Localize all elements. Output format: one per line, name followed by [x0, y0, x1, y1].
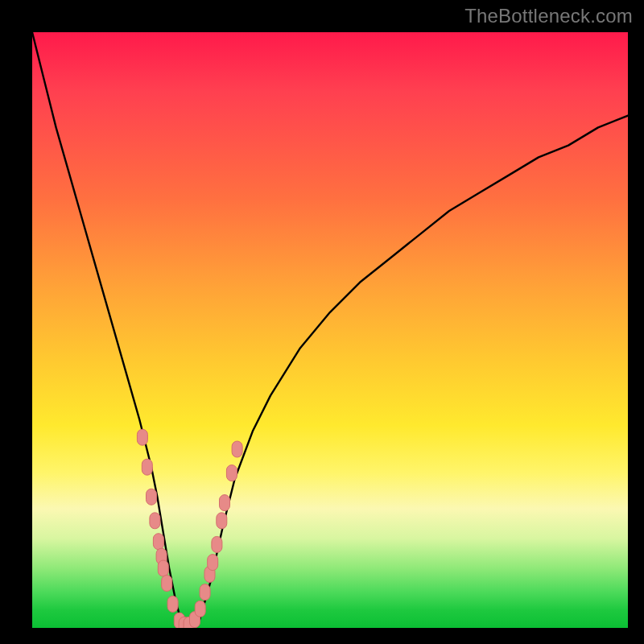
data-marker — [195, 601, 205, 617]
curve-path — [32, 32, 628, 628]
data-marker — [212, 536, 222, 552]
data-marker — [232, 441, 242, 457]
data-marker — [147, 489, 157, 505]
data-marker — [158, 560, 168, 576]
watermark-text: TheBottleneck.com — [464, 5, 633, 27]
marker-group — [137, 429, 242, 628]
data-marker — [220, 495, 230, 511]
chart-svg — [32, 32, 628, 628]
data-marker — [137, 429, 147, 445]
outer-frame: TheBottleneck.com — [0, 0, 644, 644]
data-marker — [150, 513, 160, 529]
data-marker — [217, 513, 227, 529]
bottleneck-curve — [32, 32, 628, 628]
plot-area — [32, 32, 628, 628]
data-marker — [142, 459, 152, 475]
data-marker — [167, 596, 178, 612]
data-marker — [162, 576, 172, 592]
data-marker — [226, 465, 237, 481]
data-marker — [153, 534, 163, 550]
data-marker — [208, 555, 218, 571]
data-marker — [200, 584, 210, 601]
